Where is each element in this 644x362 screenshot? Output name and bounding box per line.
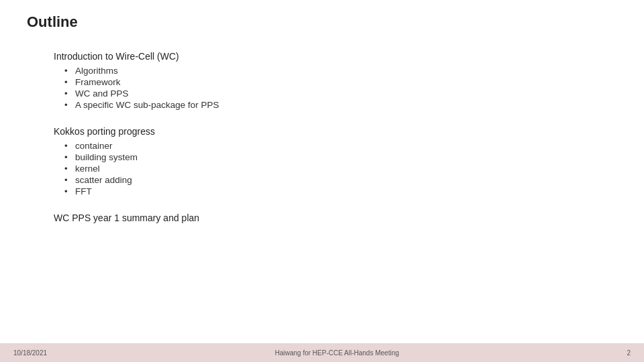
footer-page-number: 2: [627, 349, 631, 357]
slide-content: Outline Introduction to Wire-Cell (WC) A…: [0, 0, 644, 343]
list-item: scatter adding: [64, 175, 617, 185]
section-kokkos: Kokkos porting progress container buildi…: [54, 126, 617, 196]
section-intro: Introduction to Wire-Cell (WC) Algorithm…: [54, 51, 617, 110]
footer-date: 10/18/2021: [13, 349, 47, 357]
section2-bullet-list: container building system kernel scatter…: [54, 141, 617, 196]
footer-center-text: Haiwang for HEP-CCE All-Hands Meeting: [275, 349, 399, 357]
summary-text: WC PPS year 1 summary and plan: [54, 213, 617, 223]
list-item: kernel: [64, 164, 617, 174]
list-item: A specific WC sub-package for PPS: [64, 100, 617, 110]
slide-title: Outline: [27, 13, 617, 31]
list-item: WC and PPS: [64, 88, 617, 99]
slide-container: Outline Introduction to Wire-Cell (WC) A…: [0, 0, 644, 362]
section2-heading: Kokkos porting progress: [54, 126, 617, 137]
section1-bullet-list: Algorithms Framework WC and PPS A specif…: [54, 66, 617, 110]
section1-heading: Introduction to Wire-Cell (WC): [54, 51, 617, 62]
list-item: Framework: [64, 77, 617, 87]
list-item: Algorithms: [64, 66, 617, 76]
list-item: FFT: [64, 186, 617, 196]
list-item: building system: [64, 152, 617, 162]
slide-footer: 10/18/2021 Haiwang for HEP-CCE All-Hands…: [0, 343, 644, 362]
list-item: container: [64, 141, 617, 151]
section-summary: WC PPS year 1 summary and plan: [54, 213, 617, 223]
